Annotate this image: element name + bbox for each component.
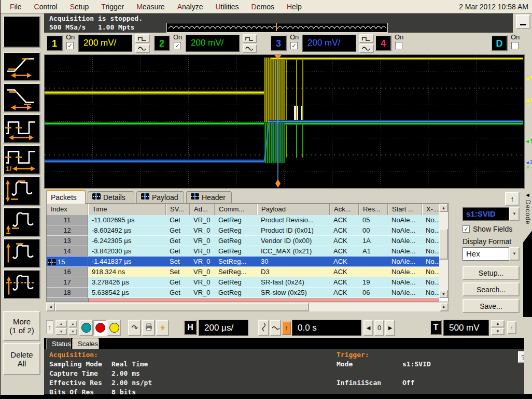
tab-packets[interactable]: Packets bbox=[46, 190, 86, 204]
table-row-18[interactable]: 185.638542 µsGetVR_0GetRegSR-slow (0x25)… bbox=[47, 288, 439, 298]
channel-4-on-checkbox[interactable] bbox=[395, 42, 402, 49]
tab-details[interactable]: Details bbox=[88, 191, 134, 203]
channel-4-button[interactable]: 4 bbox=[375, 35, 391, 51]
ground-marker-ch3[interactable]: ◄2 bbox=[525, 160, 532, 165]
nudge-left-button[interactable]: ◀ bbox=[363, 320, 373, 336]
col-time[interactable]: Time bbox=[88, 204, 166, 215]
digital-on-checkbox[interactable] bbox=[511, 42, 519, 49]
trigger-button[interactable]: T bbox=[430, 320, 442, 335]
menu-demos[interactable]: Demos bbox=[245, 2, 281, 12]
save-button[interactable]: Save... bbox=[463, 299, 520, 313]
coarse-down-button[interactable]: ▼ bbox=[55, 328, 67, 335]
level-down-button[interactable]: ▼ bbox=[491, 328, 505, 335]
run-button[interactable] bbox=[79, 320, 93, 336]
table-vertical-scrollbar[interactable]: ▲ ▼ bbox=[439, 204, 448, 298]
minimum-measure-button[interactable] bbox=[3, 207, 40, 237]
col-x[interactable]: X-... bbox=[422, 204, 439, 215]
table-row-11[interactable]: 11-11.002695 µsGetVR_0GetRegProduct Revi… bbox=[47, 215, 439, 225]
scroll-thumb[interactable] bbox=[439, 229, 448, 260]
table-row-17[interactable]: 173.278426 µsGetVR_0GetRegSR-fast (0x24)… bbox=[47, 277, 439, 288]
setup-button[interactable]: Setup... bbox=[463, 266, 520, 280]
channel-2-button[interactable]: 2 bbox=[153, 35, 170, 51]
channel-1-coupling-square-button[interactable] bbox=[135, 34, 150, 43]
channel-2-coupling-square-button[interactable] bbox=[243, 34, 257, 43]
col-ad[interactable]: Ad... bbox=[190, 204, 215, 215]
table-row-15-selected[interactable]: 15-1.441837 µsSetVR_0SetReg...30ACKNoAle… bbox=[47, 256, 439, 267]
col-comm[interactable]: Comm... bbox=[215, 204, 257, 215]
channel-2-coupling-sine-button[interactable] bbox=[243, 44, 257, 53]
trigger-level-marker-ch1[interactable]: ◄T bbox=[525, 76, 532, 81]
tab-scales[interactable]: Scales bbox=[72, 338, 99, 349]
maximum-measure-button[interactable] bbox=[3, 238, 40, 268]
print-button[interactable] bbox=[142, 320, 155, 336]
scroll-down-button[interactable]: ▼ bbox=[439, 290, 448, 298]
channel-3-coupling-square-button[interactable] bbox=[359, 34, 374, 43]
menu-setup[interactable]: Setup bbox=[64, 2, 95, 12]
trigger-marker-up-button[interactable]: ↑ bbox=[507, 321, 516, 334]
col-sv[interactable]: SV... bbox=[166, 204, 190, 215]
channel-3-scale-field[interactable]: 200 mV/ bbox=[302, 35, 356, 52]
decode-side-tab[interactable]: ◄ Decode bbox=[523, 190, 532, 317]
blank-display-button[interactable] bbox=[3, 16, 40, 48]
col-res[interactable]: Res... bbox=[359, 204, 388, 215]
scroll-right-button[interactable]: ► bbox=[440, 303, 449, 311]
display-format-combo[interactable]: Hex ▼ bbox=[463, 247, 520, 261]
trigger-level-field[interactable]: 500 mV bbox=[443, 320, 489, 336]
scroll-left-button[interactable]: ◄ bbox=[46, 303, 55, 311]
table-row-13[interactable]: 13-6.242305 µsGetVR_0GetRegVendor ID (0x… bbox=[47, 236, 439, 246]
coarse-up-button[interactable]: ▲ bbox=[55, 320, 67, 327]
marker-up-icon[interactable]: ↑ bbox=[46, 320, 53, 334]
waveform-overview-bar[interactable] bbox=[166, 23, 388, 33]
zero-delay-button[interactable]: 0 bbox=[374, 320, 384, 336]
zoom-wave-button[interactable] bbox=[258, 320, 269, 336]
decode-source-combo[interactable]: s1:SVID ▼ bbox=[463, 207, 520, 221]
channel-3-on-checkbox[interactable]: ✓ bbox=[290, 42, 298, 49]
level-up-button[interactable]: ▲ bbox=[491, 320, 505, 327]
col-start[interactable]: Start ... bbox=[388, 204, 422, 215]
more-measurements-button[interactable]: More (1 of 2) bbox=[3, 311, 40, 341]
channel-1-scale-field[interactable]: 200 mV/ bbox=[78, 35, 132, 52]
menu-trigger[interactable]: Trigger bbox=[95, 2, 130, 12]
scroll-up-button[interactable]: ▲ bbox=[439, 204, 448, 212]
table-row-14[interactable]: 14-3.842030 µsGetVR_0GetRegICC_MAX (0x21… bbox=[47, 246, 439, 256]
menu-help[interactable]: Help bbox=[281, 2, 308, 12]
tab-status[interactable]: Status bbox=[46, 338, 71, 349]
timebase-scale-field[interactable]: 200 µs/ bbox=[199, 320, 248, 336]
combo-arrow-icon[interactable]: ▼ bbox=[509, 207, 520, 221]
frequency-measure-button[interactable]: 1/ bbox=[3, 145, 40, 175]
digital-channel-button[interactable]: D bbox=[491, 35, 508, 51]
collapse-up-button[interactable]: ↑ bbox=[505, 192, 520, 206]
table-horizontal-scrollbar[interactable]: ◄ ► bbox=[46, 303, 449, 311]
menu-analyze[interactable]: Analyze bbox=[171, 2, 209, 12]
channel-3-coupling-sine-button[interactable] bbox=[359, 44, 374, 53]
fall-time-measure-button[interactable] bbox=[3, 83, 40, 112]
trigger-position-button[interactable]: ↑ bbox=[282, 321, 291, 335]
trigger-level-marker-ch2[interactable]: ◄T bbox=[525, 139, 532, 144]
channel-1-coupling-sine-button[interactable] bbox=[135, 44, 150, 53]
menu-file[interactable]: File bbox=[4, 2, 28, 12]
minimize-button[interactable] bbox=[516, 15, 530, 29]
tab-payload[interactable]: Payload bbox=[136, 191, 184, 203]
menu-control[interactable]: Control bbox=[28, 2, 64, 12]
menu-utilities[interactable]: Utilities bbox=[209, 2, 245, 12]
horizontal-delay-field[interactable]: 0.0 s bbox=[292, 320, 361, 336]
export-button[interactable]: ↷ bbox=[128, 320, 141, 336]
average-measure-button[interactable] bbox=[3, 269, 40, 299]
rise-time-measure-button[interactable] bbox=[3, 52, 40, 81]
menu-measure[interactable]: Measure bbox=[130, 2, 171, 12]
col-payload[interactable]: Payload bbox=[257, 204, 330, 215]
show-fields-checkbox[interactable]: ✓ bbox=[463, 225, 470, 233]
pulse-width-measure-button[interactable] bbox=[3, 114, 40, 144]
channel-3-button[interactable]: 3 bbox=[270, 35, 287, 51]
col-ack[interactable]: Ack... bbox=[330, 204, 359, 215]
brightness-button[interactable]: ☀ bbox=[156, 320, 169, 336]
channel-1-on-checkbox[interactable]: ✓ bbox=[66, 42, 74, 49]
combo-arrow-icon[interactable]: ▼ bbox=[509, 247, 520, 261]
channel-1-button[interactable]: 1 bbox=[46, 35, 63, 51]
ground-marker-ch1[interactable]: ◄1 bbox=[525, 98, 532, 103]
delete-all-button[interactable]: Delete All bbox=[3, 343, 40, 375]
nudge-right-button[interactable]: ▶ bbox=[385, 320, 395, 336]
hscroll-thumb[interactable] bbox=[55, 303, 309, 311]
stop-button[interactable] bbox=[93, 320, 107, 336]
channel-2-on-checkbox[interactable]: ✓ bbox=[174, 42, 181, 49]
